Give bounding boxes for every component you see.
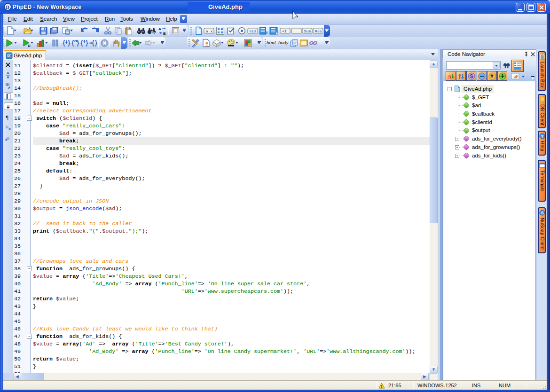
svg-text:×I: ×I xyxy=(282,29,287,33)
svg-text:¶: ¶ xyxy=(6,114,9,121)
svg-text:D: D xyxy=(6,5,9,10)
svg-text:B: B xyxy=(163,31,166,36)
svg-text:S: S xyxy=(470,74,473,79)
svg-text:Res: Res xyxy=(315,29,322,33)
svg-text:hid: hid xyxy=(250,30,256,33)
svg-text:#: # xyxy=(7,104,9,110)
svg-text:#: # xyxy=(490,73,493,79)
svg-text:a x: a x xyxy=(206,29,213,33)
svg-text:A: A xyxy=(448,73,452,80)
svg-text:A: A xyxy=(158,27,161,31)
svg-text:!: ! xyxy=(381,384,382,389)
svg-text:S: S xyxy=(541,211,544,215)
svg-text:Sub: Sub xyxy=(304,29,311,33)
svg-text:PHP: PHP xyxy=(7,55,11,57)
svg-text:?: ? xyxy=(541,134,543,139)
